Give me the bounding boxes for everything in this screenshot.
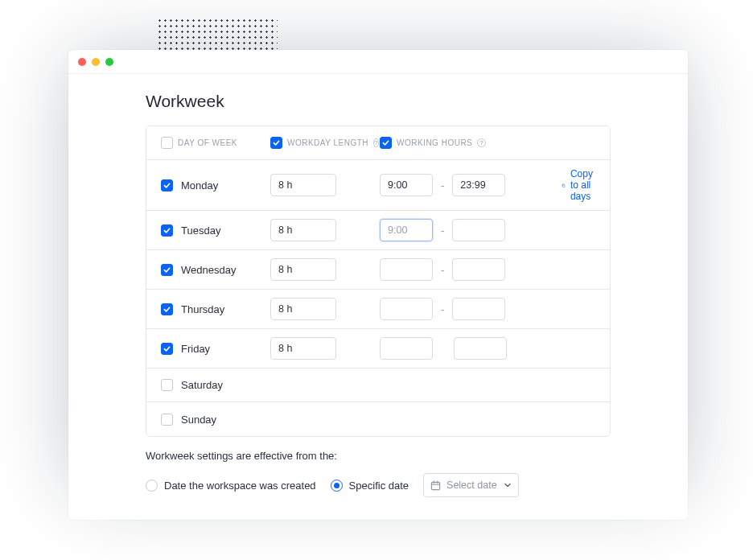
chevron-down-icon [504,481,512,489]
time-range-dash: - [441,303,444,315]
help-icon[interactable]: ? [477,138,486,147]
day-checkbox[interactable] [161,414,173,426]
workday-length-input[interactable] [270,337,336,360]
day-cell: Thursday [161,303,265,315]
day-cell: Sunday [161,414,265,426]
start-time-input[interactable] [380,219,433,241]
table-row: Monday-Copy to all days [146,160,610,211]
radio-icon [331,480,343,492]
end-time-input[interactable] [452,174,505,196]
workweek-table: DAY OF WEEK WORKDAY LENGTH ? WORKING HOU… [146,126,611,437]
col-hours-label: WORKING HOURS [397,138,472,147]
day-cell: Friday [161,343,265,355]
col-working-hours: WORKING HOURS ? [380,137,557,149]
col-day-label: DAY OF WEEK [178,138,237,147]
day-cell: Tuesday [161,224,265,237]
table-row: Tuesday- [146,211,610,250]
start-time-input[interactable] [380,337,433,360]
day-name: Tuesday [181,224,220,237]
copy-to-all-days-link[interactable]: Copy to all days [562,168,599,202]
end-time-input[interactable] [452,298,505,320]
day-name: Thursday [181,303,224,315]
calendar-icon [430,480,441,491]
time-range-dash: - [441,224,444,237]
working-hours-cell: - [380,219,557,241]
workday-length-checkbox[interactable] [270,137,282,149]
svg-rect-1 [431,482,439,489]
day-name: Monday [181,179,218,191]
table-header-row: DAY OF WEEK WORKDAY LENGTH ? WORKING HOU… [146,126,610,160]
start-time-input[interactable] [380,258,433,281]
working-hours-checkbox[interactable] [380,137,392,149]
day-checkbox[interactable] [161,343,173,355]
time-range-dash: - [441,264,444,276]
day-checkbox[interactable] [161,179,173,191]
radio-icon [146,480,158,492]
help-icon[interactable]: ? [373,138,379,147]
day-cell: Monday [161,179,265,191]
copy-icon [562,180,566,191]
radio-date-created[interactable]: Date the workspace was created [146,480,316,492]
col-length-label: WORKDAY LENGTH [287,138,368,147]
working-hours-cell: - [380,298,557,320]
workday-length-input[interactable] [270,258,336,281]
day-cell: Saturday [161,379,265,391]
table-row: Friday [146,329,610,369]
window-titlebar [68,50,688,74]
day-name: Wednesday [181,264,236,276]
workday-length-input[interactable] [270,219,336,241]
page-title: Workweek [146,92,611,111]
workday-length-input[interactable] [270,298,336,320]
svg-rect-0 [563,184,565,187]
effective-from-label: Workweek settings are effective from the… [146,450,611,462]
radio-created-label: Date the workspace was created [164,480,316,492]
working-hours-cell [380,337,557,360]
date-select[interactable]: Select date [423,473,519,497]
date-select-placeholder: Select date [446,480,497,491]
end-time-input[interactable] [454,337,507,360]
day-checkbox[interactable] [161,224,173,237]
close-icon[interactable] [78,58,86,66]
content-area: Workweek DAY OF WEEK WORKDAY LENGTH ? [68,74,688,520]
day-name: Sunday [181,414,216,426]
working-hours-cell: - [380,174,557,196]
day-name: Saturday [181,379,223,391]
table-row: Sunday [146,402,610,436]
col-workday-length: WORKDAY LENGTH ? [270,137,375,149]
select-all-days-checkbox[interactable] [161,137,173,149]
app-window: Workweek DAY OF WEEK WORKDAY LENGTH ? [68,50,688,520]
start-time-input[interactable] [380,298,433,320]
end-time-input[interactable] [452,258,505,281]
day-name: Friday [181,343,210,355]
day-checkbox[interactable] [161,379,173,391]
radio-specific-date[interactable]: Specific date [331,480,409,492]
zoom-icon[interactable] [105,58,113,66]
start-time-input[interactable] [380,174,433,196]
table-row: Thursday- [146,290,610,329]
day-checkbox[interactable] [161,303,173,315]
col-day-of-week: DAY OF WEEK [161,137,265,149]
end-time-input[interactable] [452,219,505,241]
table-row: Wednesday- [146,250,610,290]
radio-specific-label: Specific date [349,480,409,492]
copy-link-label: Copy to all days [570,168,599,202]
minimize-icon[interactable] [92,58,100,66]
time-range-dash: - [441,179,444,191]
day-cell: Wednesday [161,264,265,276]
working-hours-cell: - [380,258,557,281]
effective-from-options: Date the workspace was created Specific … [146,473,611,497]
table-row: Saturday [146,369,610,402]
day-checkbox[interactable] [161,264,173,276]
workday-length-input[interactable] [270,174,336,196]
